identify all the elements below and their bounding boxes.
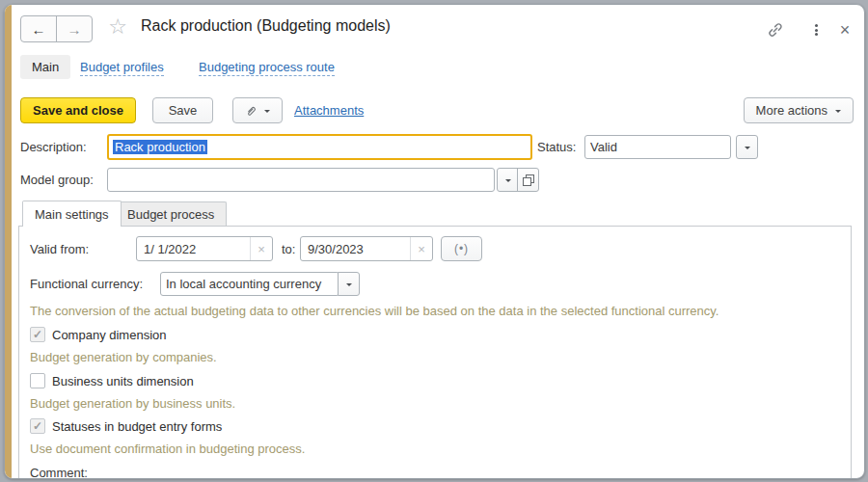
save-button[interactable]: Save [152, 97, 213, 123]
statuses-entry-forms-checkbox[interactable] [30, 418, 45, 434]
valid-to-label: to: [282, 242, 295, 256]
kebab-menu-icon [815, 22, 818, 37]
close-button[interactable] [832, 17, 857, 42]
statuses-entry-forms-hint: Use document confirmation in budgeting p… [30, 442, 305, 456]
clear-icon[interactable] [410, 237, 432, 260]
functional-currency-select[interactable]: In local accounting currency [160, 272, 339, 296]
back-button[interactable] [21, 16, 56, 41]
chevron-down-icon [745, 147, 750, 152]
more-actions-button[interactable]: More actions [744, 97, 854, 123]
valid-from-value: 1/ 1/2022 [137, 242, 250, 256]
valid-to-input[interactable]: 9/30/2023 [300, 236, 433, 261]
select-period-button[interactable] [441, 236, 482, 261]
nav-tab-budget-profiles[interactable]: Budget profiles [80, 60, 164, 76]
statuses-entry-forms-label: Statuses in budget entry forms [52, 419, 222, 434]
description-value-selected: Rack production [113, 140, 207, 154]
business-units-dimension-label: Business units dimension [52, 374, 194, 388]
model-group-open-button[interactable] [517, 168, 539, 192]
forward-arrow-icon [68, 21, 82, 38]
active-window-strip [5, 5, 12, 478]
functional-currency-hint: The conversion of the actual budgeting d… [30, 304, 719, 318]
select-period-icon [454, 242, 469, 255]
tab-budget-process[interactable]: Budget process [115, 201, 227, 226]
more-menu-button[interactable] [803, 17, 828, 42]
link-icon [767, 21, 784, 39]
status-dropdown-button[interactable] [736, 135, 758, 159]
comment-label: Comment: [30, 466, 88, 479]
tab-main-settings[interactable]: Main settings [22, 201, 122, 227]
status-label: Status: [537, 140, 576, 154]
budgeting-model-window: Rack production (Budgeting models) Main … [4, 4, 865, 479]
business-units-dimension-row: Business units dimension [30, 373, 194, 388]
clear-icon[interactable] [250, 237, 272, 260]
save-and-close-button[interactable]: Save and close [20, 97, 136, 123]
chevron-down-icon [346, 283, 352, 289]
company-dimension-checkbox[interactable] [30, 327, 45, 342]
business-units-dimension-checkbox[interactable] [30, 373, 45, 388]
paperclip-icon [245, 103, 258, 119]
nav-tab-budgeting-process-route[interactable]: Budgeting process route [199, 60, 335, 76]
model-group-dropdown-button[interactable] [497, 168, 519, 192]
forward-button[interactable] [56, 16, 92, 41]
valid-from-input[interactable]: 1/ 1/2022 [136, 236, 273, 261]
history-nav-buttons [20, 15, 93, 42]
business-units-dimension-hint: Budget generation by business units. [30, 396, 235, 411]
nav-tab-main[interactable]: Main [20, 55, 70, 79]
window-title: Rack production (Budgeting models) [141, 17, 391, 35]
valid-from-label: Valid from: [30, 242, 89, 256]
get-link-button[interactable] [763, 17, 788, 42]
valid-to-value: 9/30/2023 [301, 242, 410, 256]
status-select[interactable]: Valid [584, 135, 731, 159]
model-group-label: Model group: [20, 173, 94, 187]
open-list-icon [522, 174, 535, 187]
chevron-down-icon [835, 110, 841, 116]
attachments-link[interactable]: Attachments [294, 103, 364, 118]
attach-file-button[interactable] [232, 97, 283, 123]
description-label: Description: [20, 140, 87, 154]
back-arrow-icon [32, 21, 46, 38]
chevron-down-icon [264, 110, 270, 116]
functional-currency-label: Functional currency: [30, 277, 143, 291]
statuses-entry-forms-row: Statuses in budget entry forms [30, 418, 222, 434]
company-dimension-row: Company dimension [30, 327, 167, 342]
chevron-down-icon [505, 179, 511, 185]
company-dimension-hint: Budget generation by companies. [30, 350, 217, 364]
company-dimension-label: Company dimension [52, 328, 167, 342]
more-actions-label: More actions [756, 103, 827, 118]
favorite-star-icon[interactable] [105, 13, 130, 40]
model-group-input[interactable] [107, 168, 495, 192]
description-input[interactable]: Rack production [107, 134, 532, 160]
functional-currency-dropdown-button[interactable] [338, 272, 360, 296]
